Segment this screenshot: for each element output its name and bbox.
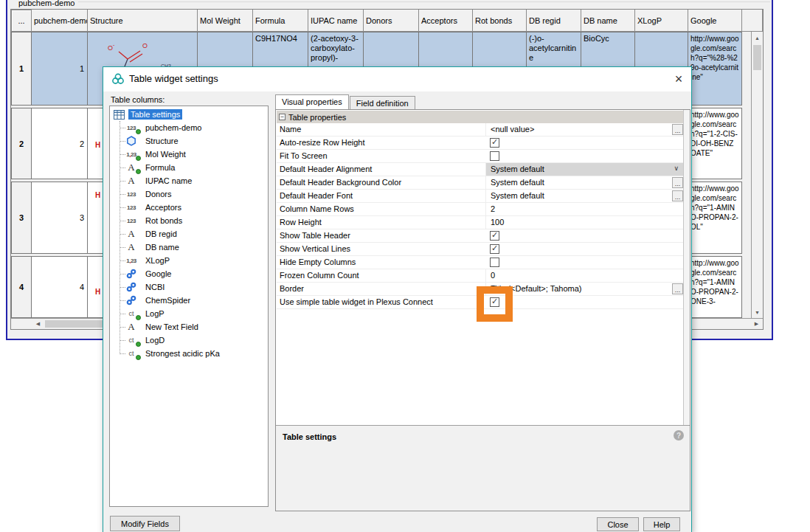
column-header-iupac[interactable]: IUPAC name <box>308 10 364 32</box>
dialog-titlebar[interactable]: Table widget settings × <box>103 67 691 91</box>
tree-item-label: XLogP <box>143 255 172 266</box>
tree-item-label: pubchem-demo <box>143 122 204 133</box>
cell-pubchem[interactable]: 1 <box>32 32 88 106</box>
ellipsis-button[interactable]: ... <box>672 124 683 135</box>
ellipsis-button[interactable]: ... <box>672 177 683 188</box>
property-value[interactable]: System default∨ <box>485 163 685 176</box>
property-row-default-header-font: Default Header FontSystem default... <box>277 190 685 203</box>
cell-google[interactable]: http://www.google.com/search?q="%28-%29o… <box>688 32 742 106</box>
vertical-scroll-thumb[interactable] <box>753 45 761 70</box>
table-corner-button[interactable]: ... <box>11 10 32 32</box>
column-header-xlogp[interactable]: XLogP <box>635 10 688 32</box>
tree-item-db-regid[interactable]: ADB regid <box>110 227 268 241</box>
property-label: Border <box>280 284 304 293</box>
property-value[interactable]: 100 <box>485 216 685 229</box>
help-icon[interactable]: ? <box>674 430 684 441</box>
column-header-pubchem[interactable]: pubchem-demo <box>32 10 88 32</box>
tree-item-xlogp[interactable]: 1,23XLogP <box>110 254 268 267</box>
tree-item-pubchem-demo[interactable]: 123pubchem-demo <box>110 121 268 134</box>
text-field-icon: A <box>122 228 141 240</box>
scroll-down-icon[interactable]: ▼ <box>752 306 763 318</box>
table-widget-settings-dialog: Table widget settings × Table columns: T… <box>103 66 692 532</box>
tree-item-db-name[interactable]: ADB name <box>110 241 268 254</box>
checkbox-show-table-header[interactable] <box>490 231 499 241</box>
tab-visual-properties[interactable]: Visual properties <box>275 94 349 110</box>
tree-item-donors[interactable]: 123Donors <box>110 187 268 201</box>
column-header-rotbonds[interactable]: Rot bonds <box>473 10 527 32</box>
status-dot-green <box>136 169 141 174</box>
tree-item-strongest-acidic-pka[interactable]: ctStrongest acidic pKa <box>110 347 268 360</box>
grid-vertical-scrollbar[interactable]: ▲ ▼ <box>751 32 763 318</box>
structure-field-icon <box>122 135 141 147</box>
column-header-google[interactable]: Google <box>688 10 742 32</box>
property-row-column-name-rows: Column Name Rows2 <box>277 203 685 216</box>
column-header-formula[interactable]: Formula <box>253 10 308 32</box>
property-value[interactable]: System default <box>485 190 685 202</box>
tree-item-ncbi[interactable]: NCBI <box>110 280 268 294</box>
close-icon[interactable]: × <box>668 69 689 89</box>
row-header[interactable]: 4 <box>11 256 32 318</box>
tree-item-structure[interactable]: Structure <box>110 134 268 148</box>
cell-google[interactable]: http://www.google.com/search?q="1-2-CIS-… <box>688 108 742 179</box>
tree-item-rot-bonds[interactable]: 123Rot bonds <box>110 214 268 227</box>
svg-text:O: O <box>108 44 113 52</box>
scroll-right-icon[interactable]: ▶ <box>751 319 762 329</box>
close-button[interactable]: Close <box>597 517 639 531</box>
cell-google[interactable]: http://www.google.com/search?q="1-AMINO-… <box>688 256 742 318</box>
scroll-left-icon[interactable]: ◀ <box>32 319 44 329</box>
property-label: Hide Empty Columns <box>280 258 356 266</box>
integer-field-icon: 123 <box>122 201 141 213</box>
ellipsis-button[interactable]: ... <box>672 283 683 294</box>
column-header-molweight[interactable]: Mol Weight <box>198 10 253 32</box>
dialog-title: Table widget settings <box>129 73 218 84</box>
tree-item-chemspider[interactable]: ChemSpider <box>110 294 268 307</box>
property-value[interactable]: 2 <box>485 203 685 215</box>
collapse-group-icon[interactable]: − <box>279 114 285 120</box>
scroll-up-icon[interactable]: ▲ <box>752 32 763 44</box>
tree-item-logd[interactable]: ctLogD <box>110 334 268 347</box>
calculated-field-icon: ct <box>122 348 141 359</box>
checkbox-hide-empty-columns[interactable] <box>490 258 499 267</box>
row-header[interactable]: 3 <box>11 182 32 254</box>
tab-field-definition[interactable]: Field definition <box>350 96 415 110</box>
property-value[interactable]: 0 <box>485 269 685 282</box>
modify-fields-button[interactable]: Modify Fields <box>110 516 180 531</box>
column-header-acceptors[interactable]: Acceptors <box>419 10 473 32</box>
column-header-structure[interactable]: Structure <box>88 10 198 32</box>
tree-item-google[interactable]: Google <box>110 267 268 280</box>
status-dot-green <box>136 315 141 320</box>
tree-item-logp[interactable]: ctLogP <box>110 307 268 320</box>
cell-google[interactable]: http://www.google.com/search?q="1-AMINO-… <box>688 182 742 254</box>
tree-item-formula[interactable]: AFormula <box>110 161 268 174</box>
checkbox-auto-resize-row-height[interactable] <box>490 138 499 148</box>
column-header-dbregid[interactable]: DB regid <box>527 10 581 32</box>
property-label: Column Name Rows <box>280 204 354 213</box>
row-header[interactable]: 1 <box>11 32 32 106</box>
property-row-fit-to-screen: Fit To Screen <box>277 150 685 163</box>
property-label: Default Header Font <box>280 191 353 200</box>
integer-field-icon: 123 <box>122 122 141 134</box>
property-label: Frozen Column Count <box>280 271 359 280</box>
row-header[interactable]: 2 <box>11 108 32 179</box>
tree-item-table-settings[interactable]: Table settings <box>110 108 268 121</box>
cell-pubchem[interactable]: 4 <box>32 256 88 318</box>
checkbox-show-vertical-lines[interactable] <box>490 244 499 254</box>
checkbox-fit-to-screen[interactable] <box>490 151 499 161</box>
property-value[interactable]: System default <box>485 176 685 189</box>
ellipsis-button[interactable]: ... <box>672 190 683 201</box>
property-value[interactable]: Title (<Default>; Tahoma) <box>485 283 685 295</box>
tree-item-mol-weight[interactable]: 1,23Mol Weight <box>110 148 268 161</box>
properties-scrollbar[interactable] <box>683 110 690 426</box>
column-header-dbname[interactable]: DB name <box>581 10 635 32</box>
property-value[interactable]: <null value> <box>485 123 685 136</box>
cell-pubchem[interactable]: 3 <box>32 182 88 254</box>
column-header-donors[interactable]: Donors <box>364 10 419 32</box>
cell-pubchem[interactable]: 2 <box>32 108 88 179</box>
description-panel: Table settings ? <box>276 425 690 511</box>
tree-item-label: Donors <box>143 189 173 199</box>
property-row-frozen-column-count: Frozen Column Count0 <box>277 269 685 283</box>
tree-item-iupac-name[interactable]: AIUPAC name <box>110 174 268 187</box>
tree-item-new-text-field[interactable]: ANew Text Field <box>110 320 268 334</box>
help-button[interactable]: Help <box>643 517 680 531</box>
tree-item-acceptors[interactable]: 123Acceptors <box>110 201 268 214</box>
